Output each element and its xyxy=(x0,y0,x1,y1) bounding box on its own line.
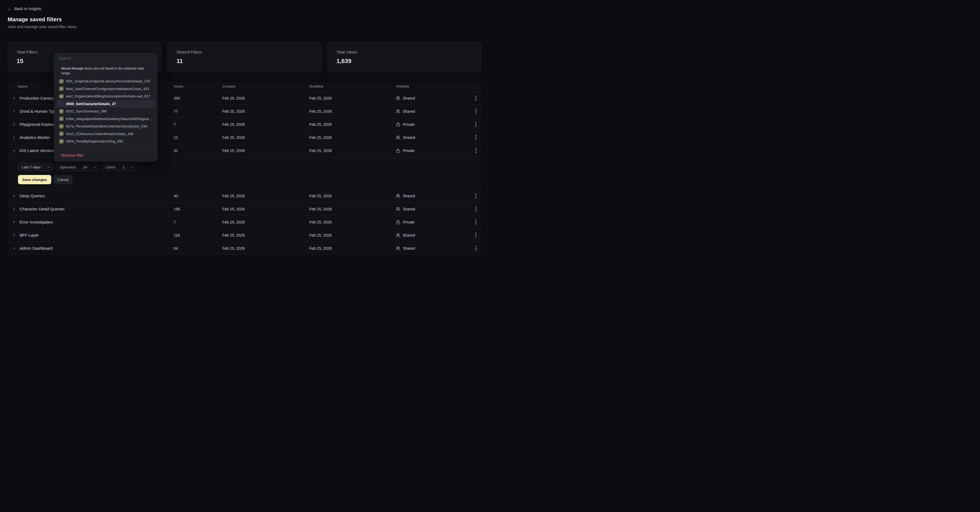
chip-value: 14 xyxy=(80,163,90,171)
lock-icon xyxy=(396,122,400,127)
expand-row-button[interactable] xyxy=(10,244,19,253)
visibility-cell: Shared xyxy=(396,207,469,211)
dropdown-item[interactable]: b364_IntegrationWebhookDeliveryStatusWit… xyxy=(54,115,157,123)
row-menu-button[interactable] xyxy=(474,121,477,128)
dropdown-item[interactable]: 6331_SyncSummary_386 xyxy=(54,107,157,115)
row-menu-button[interactable] xyxy=(474,205,477,213)
column-header-visibility: Visibility xyxy=(396,85,469,88)
filter-name: Analytics Worker xyxy=(19,135,50,140)
checkbox[interactable] xyxy=(59,139,64,144)
stat-value: 11 xyxy=(177,57,312,65)
row-menu-button[interactable] xyxy=(474,192,477,199)
dropdown-item[interactable]: aacf_OrganizationBillingSubscriptionDeta… xyxy=(54,93,157,100)
modified-date: Feb 25, 2026 xyxy=(309,96,396,100)
check-icon xyxy=(60,95,63,98)
visibility-cell: Shared xyxy=(396,246,469,250)
modified-date: Feb 25, 2026 xyxy=(309,207,396,211)
remove-filter-button[interactable]: Remove filter xyxy=(54,150,88,161)
dropdown-item[interactable]: 92fc_GraphQLEndpointLatencyPercentilesDe… xyxy=(54,78,157,85)
filter-chip[interactable]: Operation 14 xyxy=(56,163,100,171)
dropdown-item[interactable]: 090d_FeedByOrganizationSlug_485 xyxy=(54,137,157,145)
dropdown-item-label: aacf_OrganizationBillingSubscriptionDeta… xyxy=(66,94,150,98)
expand-row-button[interactable] xyxy=(10,191,19,201)
visibility-label: Private xyxy=(403,148,415,153)
filter-chip[interactable]: Last 7 days xyxy=(18,163,53,171)
stat-value: 1,639 xyxy=(336,57,472,65)
expand-row-button[interactable] xyxy=(10,204,19,214)
views-count: 204 xyxy=(174,96,222,100)
dropdown-item[interactable]: fb44_AlertChannelConfigurationValidation… xyxy=(54,85,157,93)
row-menu-button[interactable] xyxy=(474,107,477,115)
expand-row-button[interactable] xyxy=(10,120,19,129)
visibility-label: Shared xyxy=(403,109,415,113)
chevron-right-icon xyxy=(12,207,16,211)
table-row[interactable]: Error Investigation 7 Feb 25, 2026 Feb 2… xyxy=(8,215,481,229)
filter-name: Production Canary xyxy=(19,96,53,100)
dropdown-item-label: 0ce3_CDNAccessTokenRotationStats_436 xyxy=(66,132,133,136)
views-count: 195 xyxy=(174,207,222,211)
checkbox[interactable] xyxy=(59,109,64,113)
checkbox[interactable] xyxy=(59,79,64,83)
users-icon xyxy=(396,109,400,113)
visibility-cell: Private xyxy=(396,148,469,153)
expand-row-button[interactable] xyxy=(10,133,19,142)
table-row[interactable]: Admin Dashboard 64 Feb 25, 2026 Feb 25, … xyxy=(8,242,481,255)
views-count: 7 xyxy=(174,122,222,127)
row-menu-button[interactable] xyxy=(474,147,477,154)
row-menu-button[interactable] xyxy=(474,134,477,141)
dropdown-item-label: 8e7a_PersistedOperationCollectionSyncQue… xyxy=(66,124,147,128)
back-arrow-icon: ← xyxy=(8,7,12,11)
views-count: 64 xyxy=(174,246,222,250)
created-date: Feb 25, 2026 xyxy=(222,148,309,153)
table-row[interactable]: BFF Layer 118 Feb 25, 2026 Feb 25, 2026 … xyxy=(8,229,481,242)
dropdown-item[interactable]: 4930_GetCharacterDetails_37 xyxy=(56,100,155,108)
chevron-right-icon xyxy=(12,220,16,224)
expand-row-button[interactable] xyxy=(10,231,19,240)
cancel-button[interactable]: Cancel xyxy=(53,175,73,184)
back-link[interactable]: ← Back to Insights xyxy=(8,6,41,11)
checkbox[interactable] xyxy=(59,94,64,99)
visibility-cell: Shared xyxy=(396,136,469,140)
manage-saved-filters-page: ← Back to Insights Manage saved filters … xyxy=(0,0,490,256)
chevron-right-icon xyxy=(12,233,16,237)
modified-date: Feb 25, 2026 xyxy=(309,136,396,140)
row-menu-button[interactable] xyxy=(474,231,477,239)
kebab-menu-icon xyxy=(475,122,476,127)
expand-row-button[interactable] xyxy=(10,217,19,227)
kebab-menu-icon xyxy=(475,219,476,225)
views-count: 12 xyxy=(174,136,222,140)
dropdown-item[interactable]: 8e7a_PersistedOperationCollectionSyncQue… xyxy=(54,123,157,130)
expand-row-button[interactable] xyxy=(10,107,19,116)
created-date: Feb 25, 2026 xyxy=(222,136,309,140)
chevron-right-icon xyxy=(12,246,16,250)
visibility-cell: Private xyxy=(396,122,469,127)
row-menu-button[interactable] xyxy=(474,94,477,102)
kebab-menu-icon xyxy=(475,96,476,101)
checkbox[interactable] xyxy=(59,132,64,136)
dropdown-item-label: 92fc_GraphQLEndpointLatencyPercentilesDe… xyxy=(66,79,150,83)
visibility-label: Private xyxy=(403,220,415,224)
expand-row-button[interactable] xyxy=(10,146,19,155)
users-icon xyxy=(396,96,400,100)
checkbox[interactable] xyxy=(59,102,64,106)
table-row[interactable]: Character Detail Queries 195 Feb 25, 202… xyxy=(8,203,481,215)
check-icon xyxy=(60,132,63,136)
save-changes-button[interactable]: Save changes xyxy=(18,175,51,184)
created-date: Feb 25, 2026 xyxy=(222,122,309,127)
expand-row-button[interactable] xyxy=(10,94,19,103)
users-icon xyxy=(396,233,400,238)
visibility-label: Shared xyxy=(403,96,415,100)
checkbox[interactable] xyxy=(59,116,64,121)
checkbox[interactable] xyxy=(59,124,64,129)
row-menu-button[interactable] xyxy=(474,244,477,252)
created-date: Feb 25, 2026 xyxy=(222,96,309,100)
filter-chip[interactable]: Client 1 xyxy=(102,163,137,171)
visibility-label: Private xyxy=(403,122,415,127)
table-row[interactable]: Deep Queries 43 Feb 25, 2026 Feb 25, 202… xyxy=(8,190,481,203)
check-icon xyxy=(60,117,63,120)
search-input[interactable] xyxy=(59,56,153,61)
checkbox[interactable] xyxy=(59,86,64,91)
dropdown-item[interactable]: 0ce3_CDNAccessTokenRotationStats_436 xyxy=(54,130,157,138)
row-menu-button[interactable] xyxy=(474,219,477,226)
chevron-right-icon xyxy=(12,194,16,198)
